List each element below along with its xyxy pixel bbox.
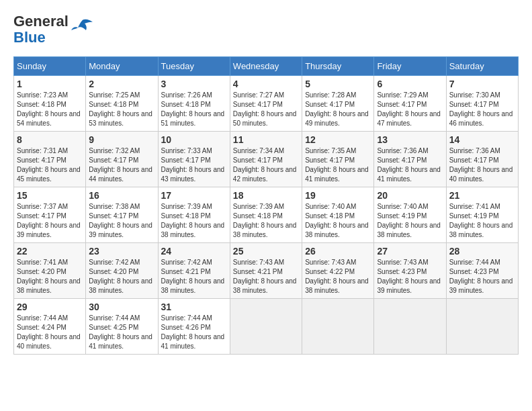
calendar-cell: 4 Sunrise: 7:27 AMSunset: 4:17 PMDayligh… [230,76,302,132]
cell-info: Sunrise: 7:29 AMSunset: 4:17 PMDaylight:… [377,91,441,127]
calendar-cell [446,299,518,355]
cell-info: Sunrise: 7:44 AMSunset: 4:23 PMDaylight:… [449,259,513,294]
calendar-week-row: 15 Sunrise: 7:37 AMSunset: 4:17 PMDaylig… [14,187,519,243]
calendar-cell: 11 Sunrise: 7:34 AMSunset: 4:17 PMDaylig… [230,132,302,187]
cell-info: Sunrise: 7:33 AMSunset: 4:17 PMDaylight:… [161,147,225,183]
day-number: 1 [17,79,83,89]
calendar-cell [230,299,302,355]
day-number: 12 [305,134,371,145]
cell-info: Sunrise: 7:37 AMSunset: 4:17 PMDaylight:… [17,203,81,238]
calendar-cell: 17 Sunrise: 7:39 AMSunset: 4:18 PMDaylig… [158,187,230,243]
calendar-cell: 1 Sunrise: 7:23 AMSunset: 4:18 PMDayligh… [14,76,86,132]
day-number: 5 [305,79,371,89]
cell-info: Sunrise: 7:31 AMSunset: 4:17 PMDaylight:… [17,147,81,183]
column-header-thursday: Thursday [302,57,374,76]
calendar-cell: 18 Sunrise: 7:39 AMSunset: 4:18 PMDaylig… [230,187,302,243]
cell-info: Sunrise: 7:43 AMSunset: 4:22 PMDaylight:… [305,259,369,294]
calendar-cell: 13 Sunrise: 7:36 AMSunset: 4:17 PMDaylig… [374,132,446,187]
cell-info: Sunrise: 7:44 AMSunset: 4:25 PMDaylight:… [89,314,152,350]
column-header-monday: Monday [86,57,158,76]
cell-info: Sunrise: 7:23 AMSunset: 4:18 PMDaylight:… [17,91,81,127]
cell-info: Sunrise: 7:32 AMSunset: 4:17 PMDaylight:… [89,147,152,183]
day-number: 6 [377,79,443,89]
day-number: 18 [233,190,299,201]
day-number: 16 [89,190,154,201]
day-number: 15 [17,190,83,201]
cell-info: Sunrise: 7:34 AMSunset: 4:17 PMDaylight:… [233,147,297,183]
calendar-cell: 26 Sunrise: 7:43 AMSunset: 4:22 PMDaylig… [302,243,374,299]
day-number: 28 [449,246,515,257]
cell-info: Sunrise: 7:41 AMSunset: 4:19 PMDaylight:… [449,203,513,238]
cell-info: Sunrise: 7:44 AMSunset: 4:24 PMDaylight:… [17,314,81,350]
calendar-cell [302,299,374,355]
day-number: 19 [305,190,371,201]
cell-info: Sunrise: 7:40 AMSunset: 4:19 PMDaylight:… [377,203,441,238]
day-number: 24 [161,246,227,257]
calendar-week-row: 22 Sunrise: 7:41 AMSunset: 4:20 PMDaylig… [14,243,519,299]
calendar-cell: 20 Sunrise: 7:40 AMSunset: 4:19 PMDaylig… [374,187,446,243]
calendar-cell: 6 Sunrise: 7:29 AMSunset: 4:17 PMDayligh… [374,76,446,132]
calendar-table: SundayMondayTuesdayWednesdayThursdayFrid… [13,56,519,355]
day-number: 13 [377,134,443,145]
calendar-cell: 14 Sunrise: 7:36 AMSunset: 4:17 PMDaylig… [446,132,518,187]
column-header-tuesday: Tuesday [158,57,230,76]
day-number: 23 [89,246,154,257]
calendar-cell: 16 Sunrise: 7:38 AMSunset: 4:17 PMDaylig… [86,187,158,243]
day-number: 29 [17,302,83,312]
day-number: 3 [161,79,227,89]
day-number: 21 [449,190,515,201]
cell-info: Sunrise: 7:28 AMSunset: 4:17 PMDaylight:… [305,91,369,127]
cell-info: Sunrise: 7:30 AMSunset: 4:17 PMDaylight:… [449,91,513,127]
column-header-wednesday: Wednesday [230,57,302,76]
calendar-cell: 30 Sunrise: 7:44 AMSunset: 4:25 PMDaylig… [86,299,158,355]
calendar-header-row: SundayMondayTuesdayWednesdayThursdayFrid… [14,57,519,76]
column-header-saturday: Saturday [446,57,518,76]
day-number: 25 [233,246,299,257]
day-number: 9 [89,134,154,145]
calendar-cell: 19 Sunrise: 7:40 AMSunset: 4:18 PMDaylig… [302,187,374,243]
logo-bird-icon [71,18,93,36]
logo: General Blue [13,13,93,46]
cell-info: Sunrise: 7:43 AMSunset: 4:21 PMDaylight:… [233,259,297,294]
cell-info: Sunrise: 7:44 AMSunset: 4:26 PMDaylight:… [161,314,225,350]
cell-info: Sunrise: 7:35 AMSunset: 4:17 PMDaylight:… [305,147,369,183]
calendar-cell: 3 Sunrise: 7:26 AMSunset: 4:18 PMDayligh… [158,76,230,132]
cell-info: Sunrise: 7:27 AMSunset: 4:17 PMDaylight:… [233,91,297,127]
day-number: 10 [161,134,227,145]
day-number: 7 [449,79,515,89]
day-number: 22 [17,246,83,257]
calendar-cell: 27 Sunrise: 7:43 AMSunset: 4:23 PMDaylig… [374,243,446,299]
calendar-cell: 10 Sunrise: 7:33 AMSunset: 4:17 PMDaylig… [158,132,230,187]
calendar-cell: 9 Sunrise: 7:32 AMSunset: 4:17 PMDayligh… [86,132,158,187]
calendar-cell [374,299,446,355]
column-header-friday: Friday [374,57,446,76]
day-number: 20 [377,190,443,201]
column-header-sunday: Sunday [14,57,86,76]
page-header: General Blue [13,13,519,46]
day-number: 31 [161,302,227,312]
day-number: 11 [233,134,299,145]
cell-info: Sunrise: 7:38 AMSunset: 4:17 PMDaylight:… [89,203,152,238]
calendar-week-row: 8 Sunrise: 7:31 AMSunset: 4:17 PMDayligh… [14,132,519,187]
day-number: 30 [89,302,154,312]
day-number: 27 [377,246,443,257]
day-number: 4 [233,79,299,89]
calendar-cell: 5 Sunrise: 7:28 AMSunset: 4:17 PMDayligh… [302,76,374,132]
cell-info: Sunrise: 7:36 AMSunset: 4:17 PMDaylight:… [377,147,441,183]
logo-text: General Blue [13,13,69,46]
calendar-week-row: 29 Sunrise: 7:44 AMSunset: 4:24 PMDaylig… [14,299,519,355]
cell-info: Sunrise: 7:39 AMSunset: 4:18 PMDaylight:… [161,203,225,238]
calendar-cell: 2 Sunrise: 7:25 AMSunset: 4:18 PMDayligh… [86,76,158,132]
calendar-cell: 24 Sunrise: 7:42 AMSunset: 4:21 PMDaylig… [158,243,230,299]
day-number: 2 [89,79,154,89]
cell-info: Sunrise: 7:36 AMSunset: 4:17 PMDaylight:… [449,147,513,183]
calendar-cell: 15 Sunrise: 7:37 AMSunset: 4:17 PMDaylig… [14,187,86,243]
day-number: 14 [449,134,515,145]
calendar-cell: 29 Sunrise: 7:44 AMSunset: 4:24 PMDaylig… [14,299,86,355]
calendar-cell: 28 Sunrise: 7:44 AMSunset: 4:23 PMDaylig… [446,243,518,299]
calendar-cell: 31 Sunrise: 7:44 AMSunset: 4:26 PMDaylig… [158,299,230,355]
cell-info: Sunrise: 7:42 AMSunset: 4:21 PMDaylight:… [161,259,225,294]
calendar-cell: 7 Sunrise: 7:30 AMSunset: 4:17 PMDayligh… [446,76,518,132]
cell-info: Sunrise: 7:43 AMSunset: 4:23 PMDaylight:… [377,259,441,294]
calendar-cell: 12 Sunrise: 7:35 AMSunset: 4:17 PMDaylig… [302,132,374,187]
